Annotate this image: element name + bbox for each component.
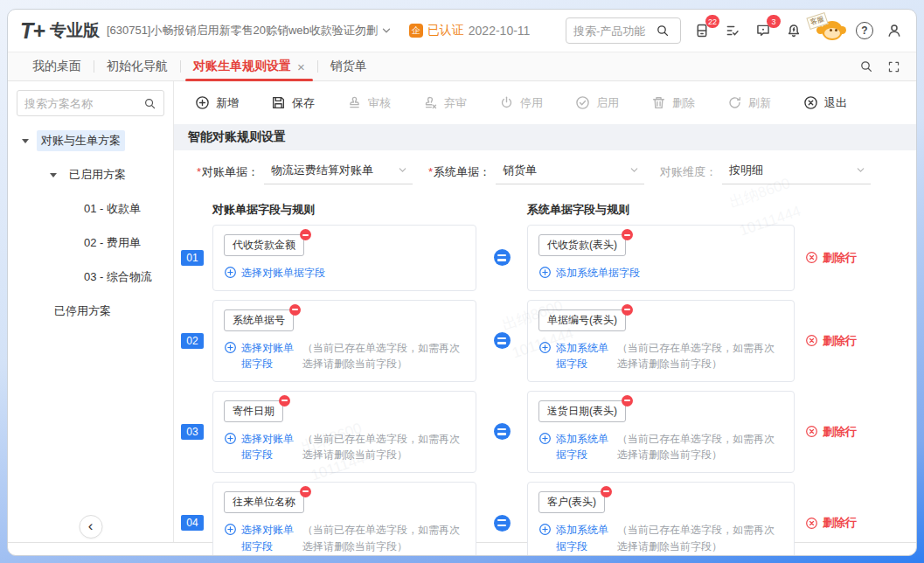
row-number-badge: 01 [181,250,204,266]
delete-button[interactable]: 删除 [651,95,695,111]
audit-button[interactable]: 审核 [347,95,391,111]
service-monkey-icon[interactable]: 客服 [815,18,844,43]
save-button[interactable]: 保存 [271,95,315,111]
scheme-tree: 对账与生单方案 已启用方案 01 - 收款单 02 - 费用单 03 - 综合物… [17,130,164,322]
tree-node-scheme-01[interactable]: 01 - 收款单 [17,198,164,219]
certified-date: 2022-10-11 [469,24,531,38]
disable-button[interactable]: 停用 [499,95,543,111]
add-system-field-link[interactable]: 添加系统单据字段 [538,522,610,554]
select-reconciliation-field-link[interactable]: 选择对账单据字段 [224,340,295,372]
reconciliation-field-box: 系统单据号 选择对账单据字段 （当前已存在单选字段，如需再次选择请删除当前字段） [212,300,476,382]
remove-field-icon[interactable] [279,395,290,407]
product-search-box[interactable] [566,17,681,44]
field-tag-label: 客户(表头) [547,496,596,508]
remove-field-icon[interactable] [289,304,301,316]
tab-close-icon[interactable] [297,59,305,74]
tree-node-scheme-02[interactable]: 02 - 费用单 [17,233,164,254]
tree-node-enabled-schemes[interactable]: 已启用方案 [17,164,164,185]
remove-field-icon[interactable] [300,486,311,497]
delete-row-link[interactable]: 删除行 [805,250,916,266]
tab-my-desktop[interactable]: 我的桌面 [20,52,94,80]
button-label: 删除 [672,95,695,111]
add-system-field-link[interactable]: 添加系统单据字段 [538,265,640,282]
help-icon[interactable] [856,22,873,39]
workbench-count-badge: 22 [705,15,719,28]
select-reconciliation-field-link[interactable]: 选择对账单据字段 [224,265,325,282]
sidebar-collapse-button[interactable] [79,515,102,539]
system-doc-select[interactable]: 销货单 [496,160,644,184]
equals-icon [494,423,511,440]
scheme-search-box[interactable] [17,90,164,116]
certified-group: 企 已认证 2022-10-11 [409,23,531,38]
single-select-hint: （当前已存在单选字段，如需再次选择请删除当前字段） [302,340,465,372]
chevron-down-icon[interactable] [381,25,392,36]
product-search-input[interactable] [573,24,652,38]
tree-node-label: 对账与生单方案 [37,130,125,151]
system-field-box: 代收货款(表头) 添加系统单据字段 [527,225,795,291]
enable-button[interactable]: 启用 [575,95,619,111]
app-frame: T+ 专业版 [630751]小畅报销启用新零售20赊销web收款验证勿删 企 … [8,10,916,543]
user-icon[interactable] [885,21,904,40]
app-window: T+ 专业版 [630751]小畅报销启用新零售20赊销web收款验证勿删 企 … [7,9,917,556]
account-name[interactable]: [630751]小畅报销启用新零售20赊销web收款验证勿删 [107,23,378,38]
caret-down-icon[interactable] [22,139,29,143]
field-tag: 代收货款(表头) [538,234,626,256]
search-icon[interactable] [143,97,156,110]
link-label: 删除行 [823,250,857,266]
workbench-icon[interactable]: 22 [692,21,712,40]
remove-field-icon[interactable] [622,395,633,407]
remove-field-icon[interactable] [622,304,633,316]
add-system-field-link[interactable]: 添加系统单据字段 [538,431,610,463]
remove-field-icon[interactable] [601,486,612,497]
tab-reconciliation-rules[interactable]: 对账生单规则设置 [181,52,317,80]
row-number-badge: 03 [181,424,204,440]
field-reconciliation-dimension: 对账维度： 按明细 [660,160,871,184]
field-tag: 代收货款金额 [224,234,304,256]
tab-search-icon[interactable] [859,59,873,73]
button-label: 弃审 [444,95,467,111]
certified-label: 已认证 [427,23,464,38]
bell-icon[interactable] [784,21,803,40]
tabbar-right [859,52,907,80]
fullscreen-icon[interactable] [887,60,900,73]
refresh-button[interactable]: 刷新 [727,95,771,111]
add-button[interactable]: 新增 [195,95,239,111]
tree-node-label: 03 - 综合物流 [80,267,156,288]
tabbar: 我的桌面 初始化导航 对账生单规则设置 销货单 [8,52,916,81]
delete-row-link[interactable]: 删除行 [805,333,916,349]
search-icon[interactable] [656,24,670,38]
button-label: 启用 [596,95,619,111]
caret-down-icon[interactable] [50,173,57,177]
rule-row-03: 03 寄件日期 选择对账单据字段 （当前已存在单选字段，如需再次选择请删除当前字… [181,391,916,473]
tplus-logo: T+ [20,18,45,44]
remove-field-icon[interactable] [300,229,311,240]
delete-row-link[interactable]: 删除行 [805,424,916,440]
tree-node-disabled-schemes[interactable]: 已停用方案 [17,301,164,322]
tree-node-reconciliation-schemes[interactable]: 对账与生单方案 [17,130,164,151]
section-title-bar: 智能对账规则设置 [174,124,916,150]
exit-button[interactable]: 退出 [803,95,847,111]
unaudit-button[interactable]: 弃审 [423,95,467,111]
rules-area: 对账单据字段与规则 系统单据字段与规则 01 代收货款金额 选择对账单据字段 [174,193,916,556]
select-reconciliation-field-link[interactable]: 选择对账单据字段 [224,431,295,463]
tree-node-scheme-03[interactable]: 03 - 综合物流 [17,267,164,288]
select-reconciliation-field-link[interactable]: 选择对账单据字段 [224,522,295,554]
reconciliation-doc-select[interactable]: 物流运费结算对账单 [264,160,413,184]
reconciliation-field-box: 代收货款金额 选择对账单据字段 [212,225,476,291]
field-tag: 往来单位名称 [224,491,304,513]
reconciliation-dimension-select[interactable]: 按明细 [722,160,871,184]
tab-init-nav[interactable]: 初始化导航 [94,52,180,80]
delete-row-link[interactable]: 删除行 [805,515,916,531]
scheme-search-input[interactable] [24,97,138,110]
link-label: 删除行 [823,333,857,349]
button-label: 退出 [824,95,847,111]
row-number-badge: 04 [181,515,204,531]
todo-list-icon[interactable] [723,21,742,40]
field-tag: 客户(表头) [538,491,605,513]
rule-row-01: 01 代收货款金额 选择对账单据字段 代收货款(表头) [181,225,916,291]
column-headers: 对账单据字段与规则 系统单据字段与规则 [181,202,916,218]
message-icon[interactable]: 3 [754,21,773,40]
add-system-field-link[interactable]: 添加系统单据字段 [538,340,610,372]
remove-field-icon[interactable] [622,229,633,240]
tab-sales-order[interactable]: 销货单 [318,52,379,80]
